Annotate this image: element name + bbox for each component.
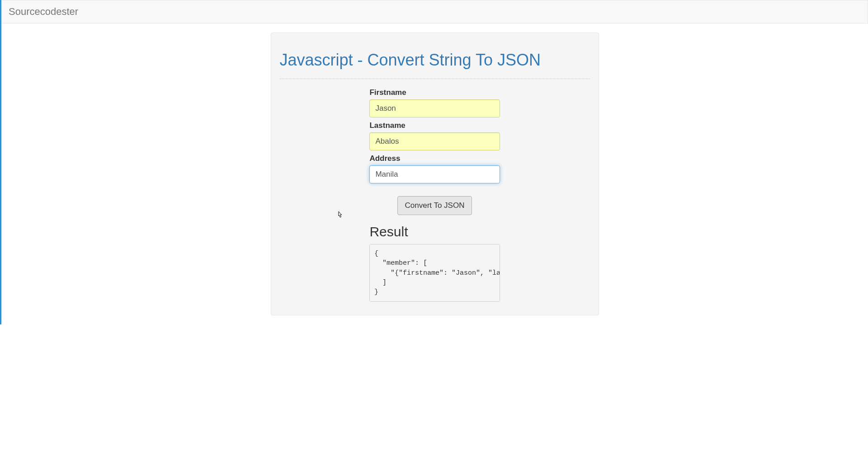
address-label: Address bbox=[369, 154, 500, 163]
main-container: Javascript - Convert String To JSON Firs… bbox=[264, 33, 606, 315]
row: Javascript - Convert String To JSON Firs… bbox=[271, 33, 599, 315]
address-input[interactable] bbox=[369, 165, 500, 183]
result-heading: Result bbox=[369, 224, 500, 239]
lastname-input[interactable] bbox=[369, 132, 500, 150]
form-group: Firstname Lastname Address Convert To JS… bbox=[369, 88, 500, 215]
form-column: Firstname Lastname Address Convert To JS… bbox=[369, 88, 500, 302]
navbar: Sourcecodester bbox=[1, 0, 868, 23]
firstname-input[interactable] bbox=[369, 99, 500, 117]
convert-button[interactable]: Convert To JSON bbox=[397, 196, 472, 215]
title-divider bbox=[280, 79, 590, 79]
button-row: Convert To JSON bbox=[369, 196, 500, 215]
lastname-label: Lastname bbox=[369, 121, 500, 130]
result-output[interactable]: { "member": [ "{"firstname": "Jason", "l… bbox=[369, 244, 500, 302]
navbar-brand[interactable]: Sourcecodester bbox=[9, 0, 78, 23]
page-title: Javascript - Convert String To JSON bbox=[280, 51, 590, 70]
well-panel: Javascript - Convert String To JSON Firs… bbox=[271, 33, 599, 315]
firstname-label: Firstname bbox=[369, 88, 500, 97]
